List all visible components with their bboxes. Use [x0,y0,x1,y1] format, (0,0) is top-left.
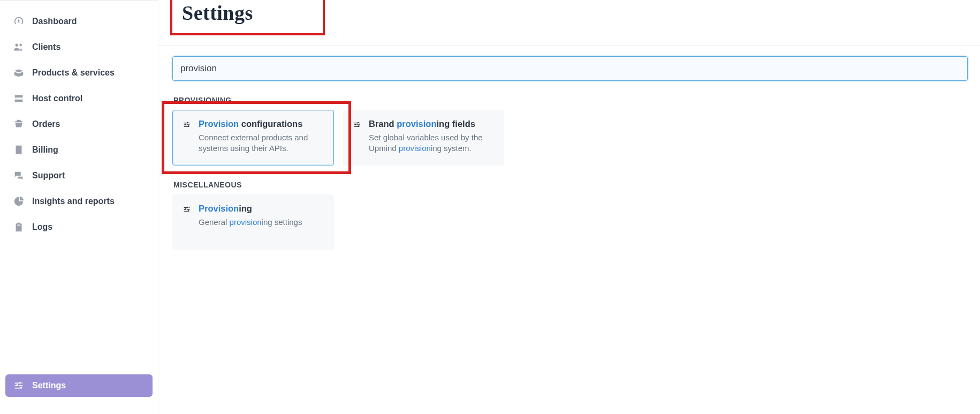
box-open-icon [13,67,25,79]
sliders-icon [183,119,192,156]
highlight-text: Provision [199,204,239,213]
sidebar-item-label: Clients [32,42,60,52]
section-header-miscellaneous: MISCELLANEOUS [173,180,980,189]
main-content: Settings PROVISIONING Provision configur… [158,0,980,414]
sidebar-item-label: Host control [32,94,82,103]
card-row-misc: Provisioning General provisioning settin… [172,194,980,250]
chat-icon [13,170,25,182]
card-row-provisioning: Provision configurations Connect externa… [172,110,980,165]
section-header-provisioning: PROVISIONING [173,96,980,104]
page-title: Settings [182,1,253,25]
settings-search-input[interactable] [172,56,968,81]
sidebar-item-clients[interactable]: Clients [5,36,153,58]
card-body: Provisioning General provisioning settin… [199,204,302,241]
sliders-icon [13,380,25,392]
highlight-text: provision [399,144,431,153]
sidebar-item-orders[interactable]: Orders [5,113,153,136]
card-title: Brand provisioning fields [369,119,494,129]
sidebar-nav: Dashboard Clients Products & services Ho… [5,10,153,374]
basket-icon [13,118,25,130]
sidebar-item-label: Billing [32,145,58,155]
clipboard-icon [13,221,25,233]
receipt-icon [13,144,25,156]
settings-content: PROVISIONING Provision configurations Co… [158,46,980,272]
sliders-icon [353,119,362,156]
sidebar-item-dashboard[interactable]: Dashboard [5,10,153,33]
sidebar-item-host-control[interactable]: Host control [5,87,153,110]
gauge-icon [13,16,25,27]
sidebar-item-label: Logs [32,222,52,232]
sidebar-item-billing[interactable]: Billing [5,139,153,161]
sidebar-item-support[interactable]: Support [5,164,153,187]
card-provision-configurations[interactable]: Provision configurations Connect externa… [172,110,334,165]
sidebar-item-label: Orders [32,119,60,129]
card-body: Provision configurations Connect externa… [199,119,324,156]
card-description: Connect external products and systems us… [199,132,324,154]
highlight-text: Provision [199,119,239,129]
sidebar-item-settings[interactable]: Settings [5,374,153,397]
server-icon [13,93,25,104]
sidebar-item-products-services[interactable]: Products & services [5,62,153,84]
sidebar-item-label: Support [32,171,65,180]
card-body: Brand provisioning fields Set global var… [369,119,494,156]
pie-chart-icon [13,195,25,207]
sidebar-item-label: Insights and reports [32,197,115,206]
sidebar-item-label: Products & services [32,68,115,78]
app-shell: Dashboard Clients Products & services Ho… [0,0,980,414]
card-title: Provision configurations [199,119,324,129]
page-title-wrap: Settings [158,0,980,45]
card-brand-provisioning-fields[interactable]: Brand provisioning fields Set global var… [343,110,504,165]
card-title: Provisioning [199,204,302,214]
sidebar: Dashboard Clients Products & services Ho… [0,0,158,414]
card-description: Set global variables used by the Upmind … [369,132,494,154]
sliders-icon [183,204,192,241]
sidebar-item-insights-reports[interactable]: Insights and reports [5,190,153,213]
sidebar-item-label: Settings [32,381,66,390]
highlight-text: provision [397,119,436,129]
highlight-text: provision [230,217,262,227]
sidebar-item-logs[interactable]: Logs [5,216,153,238]
users-icon [13,41,25,53]
annotation-box-title: Settings [170,0,325,35]
card-provisioning-general[interactable]: Provisioning General provisioning settin… [172,194,334,250]
sidebar-footer: Settings [5,374,153,403]
annotation-box-provision-card: Provision configurations Connect externa… [172,110,334,165]
card-description: General provisioning settings [199,217,302,228]
sidebar-item-label: Dashboard [32,17,77,26]
